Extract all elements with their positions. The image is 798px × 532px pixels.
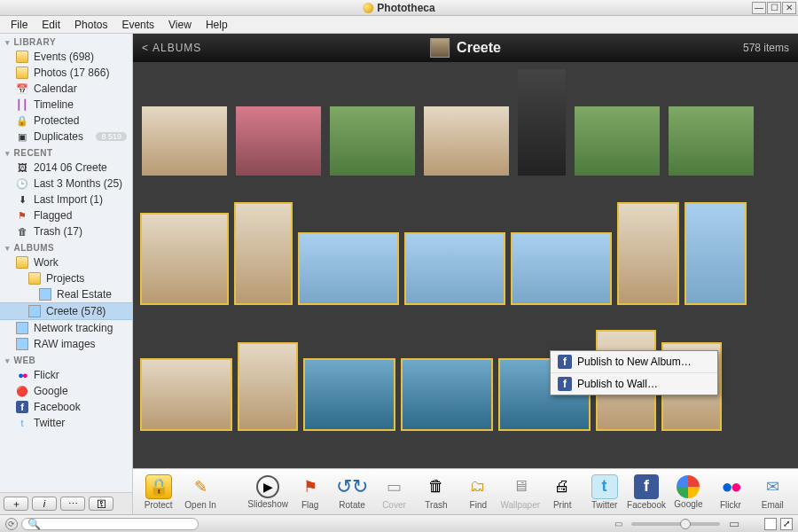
photo-thumbnail[interactable]	[511, 232, 612, 305]
timeline-icon: ┃┃	[16, 98, 28, 111]
add-button[interactable]: ＋	[4, 497, 28, 511]
ctx-item-label: Publish to New Album…	[577, 356, 692, 368]
sidebar-item-facebook[interactable]: fFacebook	[0, 399, 132, 415]
more-button[interactable]: ⋯	[60, 497, 85, 511]
search-input[interactable]: 🔍	[21, 518, 199, 530]
ctx-publish-new-album[interactable]: f Publish to New Album…	[551, 351, 717, 373]
photo-thumbnail[interactable]	[234, 105, 323, 177]
sidebar: LIBRARY Events (698) Photos (17 866) 📅Ca…	[0, 34, 133, 514]
clock-icon: 🕒	[16, 177, 28, 190]
tool-wallpaper[interactable]: 🖥Wallpaper	[500, 474, 540, 510]
sidebar-item-label: Photos (17 866)	[34, 66, 109, 79]
zoom-out-icon[interactable]: ▭	[614, 519, 622, 528]
tool-cover[interactable]: ▭Cover	[374, 474, 414, 510]
tool-flickr[interactable]: ●●Flickr	[710, 474, 750, 510]
photo-thumbnail[interactable]	[140, 358, 232, 431]
maximize-button[interactable]: ☐	[767, 2, 781, 14]
tool-facebook[interactable]: fFacebook	[626, 474, 666, 510]
sidebar-bottom-toolbar: ＋ i ⋯ ⚿	[0, 492, 132, 514]
tool-twitter[interactable]: tTwitter	[584, 474, 624, 510]
sidebar-item-work[interactable]: Work	[0, 254, 132, 270]
minimize-button[interactable]: —	[752, 2, 766, 14]
trash-icon: 🗑	[16, 225, 28, 238]
sync-indicator[interactable]: ⟳	[5, 518, 18, 530]
tool-openin[interactable]: ✎Open In	[180, 474, 220, 510]
menu-edit[interactable]: Edit	[35, 19, 67, 31]
photo-thumbnail[interactable]	[140, 105, 229, 177]
photo-thumbnail[interactable]	[685, 202, 747, 305]
sidebar-item-label: Last 3 Months (25)	[34, 177, 122, 190]
facebook-icon: f	[634, 474, 659, 499]
sidebar-header-web[interactable]: WEB	[0, 352, 132, 367]
view-grid-button[interactable]	[764, 518, 777, 530]
tool-rotate[interactable]: ↺↻Rotate	[332, 474, 372, 510]
flickr-icon: ●●	[717, 474, 744, 499]
calendar-icon: 📅	[16, 82, 28, 95]
sidebar-item-network[interactable]: Network tracking	[0, 320, 132, 336]
sidebar-item-creete[interactable]: Creete (578)	[0, 302, 132, 320]
sidebar-item-timeline[interactable]: ┃┃Timeline	[0, 97, 132, 113]
tool-label: Open In	[184, 500, 216, 510]
album-icon	[16, 338, 28, 350]
sidebar-header-albums[interactable]: ALBUMS	[0, 239, 132, 254]
photo-thumbnail[interactable]	[617, 202, 679, 305]
photo-grid[interactable]: f Publish to New Album… f Publish to Wal…	[133, 62, 798, 468]
menu-file[interactable]: File	[4, 19, 35, 31]
tool-slideshow[interactable]: ▶Slideshow	[247, 475, 288, 509]
sidebar-item-raw[interactable]: RAW images	[0, 336, 132, 352]
sidebar-item-protected[interactable]: 🔒Protected	[0, 113, 132, 129]
sidebar-item-events[interactable]: Events (698)	[0, 49, 132, 65]
close-button[interactable]: ✕	[782, 2, 796, 14]
sidebar-header-recent[interactable]: RECENT	[0, 145, 132, 160]
fullscreen-button[interactable]: ⤢	[780, 518, 793, 530]
back-to-albums[interactable]: < ALBUMS	[142, 42, 201, 54]
sidebar-item-realestate[interactable]: Real Estate	[0, 286, 132, 302]
info-button[interactable]: i	[32, 497, 57, 511]
tool-google[interactable]: Google	[669, 475, 708, 509]
tool-label: Protect	[145, 500, 173, 510]
menu-view[interactable]: View	[161, 19, 199, 31]
photo-thumbnail[interactable]	[401, 358, 493, 431]
sidebar-header-library[interactable]: LIBRARY	[0, 34, 132, 49]
sidebar-item-duplicates[interactable]: ▣Duplicates8 519	[0, 129, 132, 145]
tool-protect[interactable]: 🔒Protect	[138, 474, 178, 510]
sidebar-item-flickr[interactable]: ●●Flickr	[0, 367, 132, 383]
sidebar-item-projects[interactable]: Projects	[0, 270, 132, 286]
sidebar-item-photos[interactable]: Photos (17 866)	[0, 65, 132, 81]
sidebar-item-last3months[interactable]: 🕒Last 3 Months (25)	[0, 176, 132, 192]
photo-thumbnail[interactable]	[516, 67, 567, 177]
sidebar-item-flagged[interactable]: ⚑Flagged	[0, 207, 132, 223]
key-button[interactable]: ⚿	[89, 497, 113, 511]
sidebar-item-recent-creete[interactable]: 🖼2014 06 Creete	[0, 160, 132, 176]
sidebar-item-twitter[interactable]: tTwitter	[0, 415, 132, 431]
sidebar-item-calendar[interactable]: 📅Calendar	[0, 81, 132, 97]
sidebar-item-google[interactable]: 🔴Google	[0, 383, 132, 399]
folder-icon	[16, 256, 28, 269]
photo-thumbnail[interactable]	[298, 232, 399, 305]
tool-print[interactable]: 🖨Print	[542, 474, 582, 510]
zoom-in-icon[interactable]: ▭	[729, 517, 739, 530]
tool-email[interactable]: ✉Email	[753, 474, 793, 510]
photo-thumbnail[interactable]	[667, 105, 755, 177]
tool-trash[interactable]: 🗑Trash	[416, 474, 456, 510]
menu-events[interactable]: Events	[114, 19, 161, 31]
sidebar-item-label: Events (698)	[34, 51, 94, 63]
sidebar-item-trash[interactable]: 🗑Trash (17)	[0, 223, 132, 239]
photo-thumbnail[interactable]	[404, 232, 505, 305]
photo-thumbnail[interactable]	[573, 105, 661, 177]
titlebar: Phototheca — ☐ ✕	[0, 0, 798, 16]
photo-thumbnail[interactable]	[422, 105, 511, 177]
ctx-publish-wall[interactable]: f Publish to Wall…	[551, 373, 717, 395]
tool-flag[interactable]: ⚑Flag	[290, 474, 330, 510]
photo-thumbnail[interactable]	[238, 342, 298, 431]
photo-thumbnail[interactable]	[234, 202, 293, 305]
photo-thumbnail[interactable]	[328, 105, 417, 177]
photo-thumbnail[interactable]	[140, 213, 229, 305]
sidebar-item-lastimport[interactable]: ⬇Last Import (1)	[0, 192, 132, 207]
tool-find[interactable]: 🗂Find	[458, 474, 498, 510]
folder-icon	[16, 66, 28, 79]
thumbnail-size-slider[interactable]	[631, 522, 720, 526]
menu-help[interactable]: Help	[199, 19, 235, 31]
photo-thumbnail[interactable]	[303, 358, 395, 431]
menu-photos[interactable]: Photos	[67, 19, 114, 31]
